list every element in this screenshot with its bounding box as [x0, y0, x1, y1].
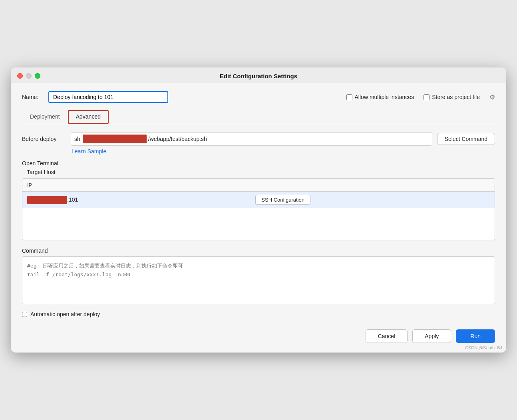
auto-open-label: Automatic open after deploy — [30, 311, 100, 317]
cancel-button[interactable]: Cancel — [366, 329, 408, 343]
host-ip-cell: .101 — [22, 192, 251, 208]
open-terminal-title: Open Terminal — [22, 160, 495, 166]
ip-suffix: .101 — [67, 196, 78, 202]
col-action-header — [251, 179, 495, 192]
main-window: Edit Configuration Settings Name: Allow … — [11, 67, 506, 353]
ip-redacted-block — [27, 196, 67, 204]
footer: Cancel Apply Run — [22, 325, 495, 343]
auto-open-checkbox[interactable] — [22, 312, 27, 317]
before-deploy-row: Before deploy sh /webapp/test/backup.sh … — [22, 132, 495, 146]
host-table: IP .101 SSH Configuration — [22, 179, 495, 240]
ssh-configuration-button[interactable]: SSH Configuration — [255, 195, 310, 205]
close-button[interactable] — [17, 73, 23, 79]
target-host-label: Target Host — [27, 169, 495, 175]
traffic-lights — [17, 73, 40, 79]
allow-multiple-label[interactable]: Allow multiple instances — [346, 94, 414, 100]
apply-button[interactable]: Apply — [412, 329, 451, 343]
watermark: CSDN @South_BJ — [465, 345, 502, 350]
col-ip-header: IP — [22, 179, 251, 192]
select-command-button[interactable]: Select Command — [437, 133, 495, 145]
tab-advanced[interactable]: Advanced — [68, 110, 109, 124]
host-table-empty-row — [22, 208, 495, 240]
learn-sample-link[interactable]: Learn Sample — [72, 148, 495, 155]
deploy-input-wrapper: sh /webapp/test/backup.sh — [71, 132, 432, 146]
command-textarea[interactable] — [22, 256, 495, 304]
deploy-path: /webapp/test/backup.sh — [148, 136, 432, 142]
titlebar: Edit Configuration Settings — [11, 67, 506, 83]
ssh-config-cell: SSH Configuration — [251, 192, 495, 208]
tabs: Deployment Advanced — [22, 110, 495, 124]
redacted-path-block — [83, 135, 147, 143]
name-label: Name: — [22, 94, 42, 100]
window-title: Edit Configuration Settings — [220, 73, 297, 79]
allow-multiple-checkbox[interactable] — [346, 94, 352, 100]
checkbox-group: Allow multiple instances Store as projec… — [346, 93, 495, 101]
sh-prefix: sh — [74, 136, 80, 142]
before-deploy-label: Before deploy — [22, 136, 66, 142]
run-button[interactable]: Run — [456, 329, 495, 343]
name-input[interactable] — [48, 91, 168, 103]
auto-open-row: Automatic open after deploy — [22, 311, 495, 317]
maximize-button[interactable] — [35, 73, 40, 79]
store-project-checkbox[interactable] — [424, 94, 430, 100]
host-table-row[interactable]: .101 SSH Configuration — [22, 192, 495, 208]
content-area: Name: Allow multiple instances Store as … — [11, 83, 506, 353]
name-row: Name: Allow multiple instances Store as … — [22, 91, 495, 103]
gear-icon[interactable]: ⚙ — [489, 93, 495, 101]
minimize-button[interactable] — [26, 73, 32, 79]
command-label: Command — [22, 248, 495, 254]
store-project-label[interactable]: Store as project file — [424, 94, 480, 100]
host-table-wrapper: IP .101 SSH Configuration — [22, 178, 495, 240]
tab-deployment[interactable]: Deployment — [22, 110, 68, 124]
